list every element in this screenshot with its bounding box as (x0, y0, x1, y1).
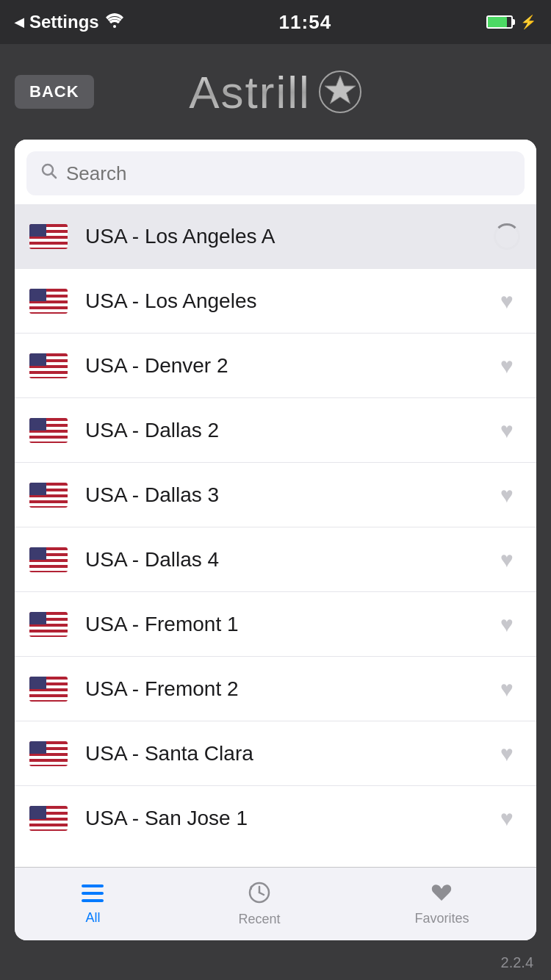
tab-label-recent: Recent (238, 912, 280, 927)
server-list-item[interactable]: USA - Dallas 3♥ (15, 463, 536, 527)
battery-icon (486, 15, 513, 29)
us-flag-icon (29, 418, 68, 443)
server-name-label: USA - Dallas 4 (85, 548, 492, 572)
favorite-button[interactable]: ♥ (492, 351, 522, 381)
heart-icon: ♥ (500, 353, 514, 378)
app-header: BACK Astrill (0, 44, 551, 140)
svg-marker-2 (325, 76, 356, 104)
tab-label-favorites: Favorites (414, 911, 469, 926)
server-list-item[interactable]: USA - Los Angeles♥ (15, 269, 536, 334)
svg-point-0 (113, 25, 116, 28)
us-flag-icon (29, 483, 68, 508)
favorite-button[interactable]: ♥ (492, 674, 522, 704)
us-flag-icon (29, 547, 68, 572)
heart-icon: ♥ (500, 741, 514, 766)
server-name-label: USA - Los Angeles A (85, 225, 492, 248)
heart-icon: ♥ (500, 418, 514, 443)
loading-spinner (494, 223, 520, 250)
server-list-item[interactable]: USA - Los Angeles A (15, 204, 536, 269)
lightning-icon: ⚡ (520, 14, 536, 30)
star-badge-icon (318, 70, 362, 114)
tab-label-all: All (85, 910, 100, 926)
us-flag-icon (29, 612, 68, 637)
heart-icon: ♥ (500, 612, 514, 637)
svg-line-4 (52, 174, 57, 179)
server-name-label: USA - Fremont 2 (85, 677, 492, 701)
server-name-label: USA - Denver 2 (85, 354, 492, 378)
status-time: 11:54 (279, 11, 332, 34)
favorite-button[interactable]: ♥ (492, 416, 522, 445)
heart-icon: ♥ (500, 483, 514, 508)
server-list-item[interactable]: USA - San Jose 1♥ (15, 786, 536, 851)
svg-rect-5 (82, 884, 104, 887)
us-flag-icon (29, 289, 68, 314)
heart-icon: ♥ (500, 547, 514, 572)
version-text: 2.2.4 (501, 954, 533, 971)
heart-tab-icon (431, 882, 453, 908)
server-name-label: USA - Fremont 1 (85, 613, 492, 636)
tab-favorites[interactable]: Favorites (400, 876, 483, 932)
heart-icon: ♥ (500, 289, 514, 314)
us-flag-icon (29, 353, 68, 378)
server-list-item[interactable]: USA - Santa Clara♥ (15, 721, 536, 786)
list-tab-icon (82, 882, 104, 907)
favorite-button[interactable]: ♥ (492, 545, 522, 574)
svg-rect-7 (82, 899, 104, 902)
svg-rect-6 (82, 892, 104, 895)
search-input[interactable] (66, 162, 510, 185)
server-list: USA - Los Angeles AUSA - Los Angeles♥USA… (15, 204, 536, 867)
us-flag-icon (29, 806, 68, 831)
us-flag-icon (29, 677, 68, 702)
app-name-text: Astrill (189, 66, 311, 118)
status-bar: ◂ Settings 11:54 ⚡ (0, 0, 551, 44)
server-list-item[interactable]: USA - Fremont 2♥ (15, 657, 536, 721)
favorite-button[interactable]: ♥ (492, 739, 522, 768)
search-bar[interactable] (26, 151, 525, 195)
server-name-label: USA - San Jose 1 (85, 807, 492, 830)
wifi-icon (105, 12, 124, 32)
us-flag-icon (29, 741, 68, 766)
search-container (15, 140, 536, 204)
heart-icon: ♥ (500, 677, 514, 702)
back-button[interactable]: BACK (15, 75, 94, 109)
tab-recent[interactable]: Recent (223, 876, 295, 933)
status-left: ◂ Settings (15, 12, 124, 32)
back-arrow-icon: ◂ (15, 12, 24, 32)
server-list-item[interactable]: USA - Fremont 1♥ (15, 592, 536, 657)
content-card: USA - Los Angeles AUSA - Los Angeles♥USA… (15, 140, 536, 940)
search-icon (41, 163, 57, 184)
app-title: Astrill (189, 66, 362, 118)
settings-label: Settings (29, 12, 99, 32)
tab-all[interactable]: All (67, 876, 118, 932)
favorite-button[interactable]: ♥ (492, 610, 522, 639)
favorite-button[interactable]: ♥ (492, 480, 522, 510)
server-name-label: USA - Dallas 3 (85, 483, 492, 507)
server-list-item[interactable]: USA - Dallas 4♥ (15, 527, 536, 592)
favorite-button[interactable]: ♥ (492, 804, 522, 833)
status-right: ⚡ (486, 14, 536, 30)
tab-bar: All Recent Favorites (15, 867, 536, 940)
server-name-label: USA - Santa Clara (85, 742, 492, 765)
us-flag-icon (29, 224, 68, 249)
server-name-label: USA - Dallas 2 (85, 419, 492, 442)
heart-icon: ♥ (500, 806, 514, 831)
server-list-item[interactable]: USA - Dallas 2♥ (15, 398, 536, 463)
server-list-item[interactable]: USA - Denver 2♥ (15, 334, 536, 398)
svg-line-10 (259, 893, 264, 895)
server-name-label: USA - Los Angeles (85, 289, 492, 313)
clock-tab-icon (248, 882, 270, 909)
favorite-button[interactable] (492, 222, 522, 251)
favorite-button[interactable]: ♥ (492, 287, 522, 316)
